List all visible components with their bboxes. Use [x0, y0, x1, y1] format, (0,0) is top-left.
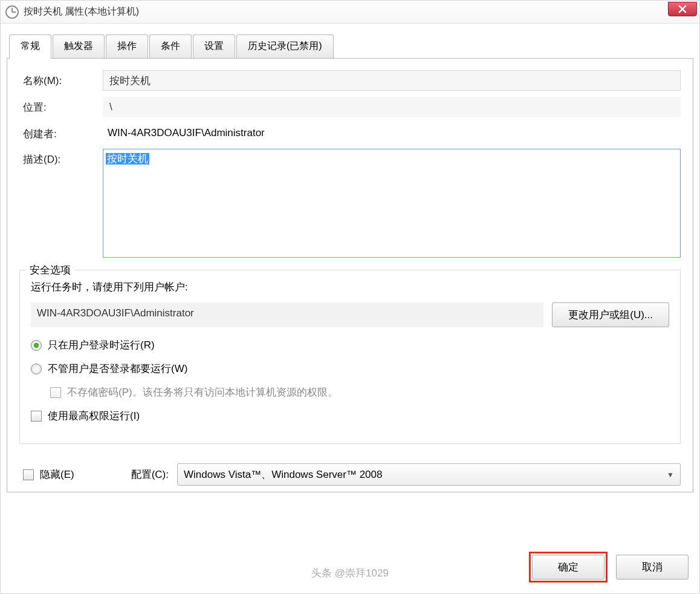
content-area: 常规 触发器 操作 条件 设置 历史记录(已禁用) 名称(M): 位置: 创建者…	[7, 34, 693, 545]
security-legend: 安全选项	[26, 263, 74, 277]
tab-history[interactable]: 历史记录(已禁用)	[236, 34, 334, 58]
name-input[interactable]	[103, 70, 681, 91]
description-selected-text: 按时关机	[106, 153, 149, 165]
configure-for-combobox[interactable]: Windows Vista™、Windows Server™ 2008 ▼	[177, 463, 681, 486]
clock-icon	[5, 5, 19, 19]
checkbox-icon	[50, 387, 61, 398]
tab-conditions[interactable]: 条件	[149, 34, 192, 58]
run-as-prompt: 运行任务时，请使用下列用户帐户:	[31, 280, 669, 294]
dialog-window: 按时关机 属性(本地计算机) 常规 触发器 操作 条件 设置 历史记录(已禁用)…	[0, 0, 700, 594]
tab-settings[interactable]: 设置	[193, 34, 235, 58]
checkbox-icon	[23, 469, 34, 480]
location-label: 位置:	[23, 97, 96, 114]
cancel-button[interactable]: 取消	[616, 555, 689, 579]
tab-panel-general: 名称(M): 位置: 创建者: WIN-4AR3DOAU3IF\Administ…	[7, 58, 693, 492]
account-display: WIN-4AR3DOAU3IF\Administrator	[31, 302, 543, 327]
ok-button-highlight: 确定	[529, 552, 608, 583]
configure-for-label: 配置(C):	[131, 468, 169, 481]
location-input	[103, 97, 681, 117]
hidden-label: 隐藏(E)	[40, 468, 74, 481]
radio-run-logged-on[interactable]: 只在用户登录时运行(R)	[31, 338, 669, 352]
radio-icon	[31, 364, 42, 374]
author-value: WIN-4AR3DOAU3IF\Administrator	[103, 123, 681, 143]
dialog-buttons: 确定 取消	[529, 552, 689, 583]
titlebar: 按时关机 属性(本地计算机)	[1, 1, 699, 24]
security-options-group: 安全选项 运行任务时，请使用下列用户帐户: WIN-4AR3DOAU3IF\Ad…	[19, 270, 681, 444]
watermark-text: 头条 @崇拜1029	[311, 566, 389, 580]
checkbox-hidden[interactable]: 隐藏(E)	[23, 468, 74, 481]
author-label: 创建者:	[23, 123, 96, 141]
tab-triggers[interactable]: 触发器	[53, 34, 105, 58]
tab-general[interactable]: 常规	[9, 34, 51, 59]
radio-run-any-user[interactable]: 不管用户是否登录都要运行(W)	[31, 362, 669, 376]
chevron-down-icon: ▼	[667, 471, 674, 479]
general-form: 名称(M): 位置: 创建者: WIN-4AR3DOAU3IF\Administ…	[7, 58, 693, 264]
checkbox-icon	[31, 411, 42, 422]
tab-actions[interactable]: 操作	[106, 34, 148, 58]
name-label: 名称(M):	[23, 70, 96, 88]
radio-icon	[31, 340, 42, 351]
close-icon	[678, 5, 687, 13]
close-button[interactable]	[668, 2, 697, 16]
window-title: 按时关机 属性(本地计算机)	[24, 5, 139, 18]
tab-strip: 常规 触发器 操作 条件 设置 历史记录(已禁用)	[7, 34, 693, 59]
bottom-row: 隐藏(E) 配置(C): Windows Vista™、Windows Serv…	[7, 452, 693, 492]
change-user-button[interactable]: 更改用户或组(U)...	[552, 302, 669, 327]
radio-logged-on-label: 只在用户登录时运行(R)	[48, 338, 155, 352]
description-label: 描述(D):	[23, 149, 96, 166]
checkbox-no-store-password: 不存储密码(P)。该任务将只有访问本地计算机资源的权限。	[50, 385, 669, 399]
no-password-label: 不存储密码(P)。该任务将只有访问本地计算机资源的权限。	[67, 385, 338, 399]
checkbox-highest-privileges[interactable]: 使用最高权限运行(I)	[31, 409, 669, 423]
ok-button[interactable]: 确定	[532, 555, 604, 579]
description-textarea[interactable]: 按时关机	[103, 149, 681, 258]
configure-for-value: Windows Vista™、Windows Server™ 2008	[184, 468, 382, 481]
radio-any-label: 不管用户是否登录都要运行(W)	[48, 362, 187, 376]
highest-priv-label: 使用最高权限运行(I)	[48, 409, 140, 423]
